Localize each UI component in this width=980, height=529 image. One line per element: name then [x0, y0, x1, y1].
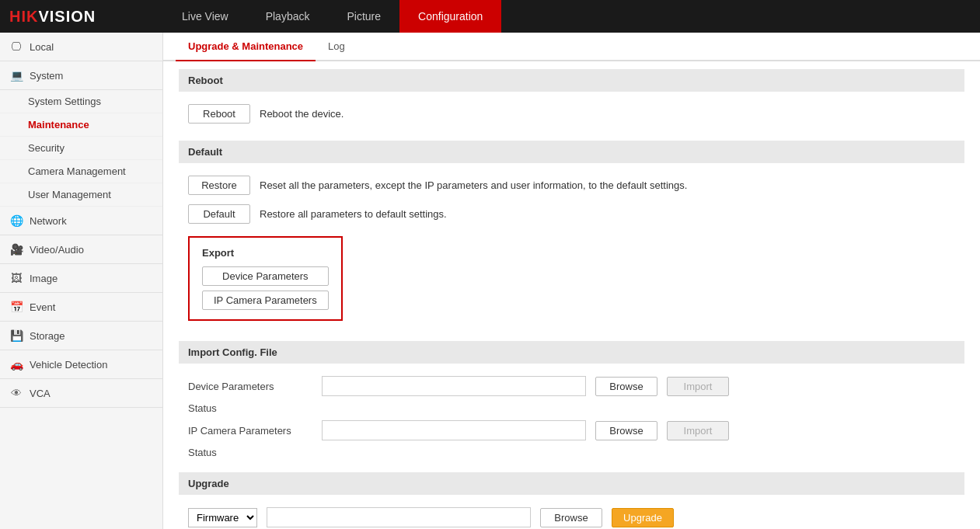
sidebar-label-maintenance: Maintenance [28, 119, 89, 131]
nav-item-picture[interactable]: Picture [328, 0, 399, 33]
sidebar-item-local[interactable]: 🖵 Local [0, 33, 162, 61]
logo-hik: HIK [9, 8, 38, 25]
ip-browse-button[interactable]: Browse [595, 421, 657, 440]
logo-vision: VISION [38, 8, 96, 25]
sidebar-label-vehicle-detection: Vehicle Detection [30, 359, 107, 371]
reboot-row: Reboot Reboot the device. [179, 99, 964, 128]
upgrade-row: Firmware Browse Upgrade [179, 503, 964, 529]
restore-row: Restore Reset all the parameters, except… [179, 171, 964, 200]
sidebar-label-vca: VCA [30, 388, 51, 399]
default-section-header: Default [179, 141, 964, 163]
sidebar-item-storage[interactable]: 💾 Storage [0, 322, 162, 350]
export-box: Export Device Parameters IP Camera Param… [188, 236, 343, 321]
sidebar-item-user-management[interactable]: User Management [0, 183, 162, 207]
reboot-section-header: Reboot [179, 69, 964, 92]
sidebar: 🖵 Local 💻 System System Settings Mainten… [0, 33, 163, 529]
device-parameters-button[interactable]: Device Parameters [202, 266, 329, 286]
sidebar-item-video-audio[interactable]: 🎥 Video/Audio [0, 235, 162, 264]
network-icon: 🌐 [9, 214, 23, 228]
sidebar-item-image[interactable]: 🖼 Image [0, 264, 162, 293]
logo-text: HIKVISION [9, 8, 96, 26]
ip-camera-params-import-label: IP Camera Parameters [188, 425, 312, 437]
firmware-select[interactable]: Firmware [188, 508, 257, 527]
sidebar-item-vehicle-detection[interactable]: 🚗 Vehicle Detection [0, 350, 162, 379]
device-params-import-row: Device Parameters Browse Import [179, 371, 964, 401]
sidebar-item-event[interactable]: 📅 Event [0, 293, 162, 322]
ip-camera-parameters-button[interactable]: IP Camera Parameters [202, 291, 329, 310]
device-import-button[interactable]: Import [667, 377, 729, 396]
sidebar-item-security[interactable]: Security [0, 137, 162, 160]
default-button[interactable]: Default [188, 204, 250, 224]
top-navigation: HIKVISION Live View Playback Picture Con… [0, 0, 980, 33]
upgrade-section-header: Upgrade [179, 472, 964, 495]
sidebar-label-network: Network [30, 215, 67, 227]
content-body: Reboot Reboot Reboot the device. Default… [163, 61, 980, 529]
sidebar-label-user-management: User Management [28, 189, 111, 200]
nav-item-playback[interactable]: Playback [247, 0, 329, 33]
tab-bar: Upgrade & Maintenance Log [163, 33, 980, 61]
ip-import-button[interactable]: Import [667, 421, 729, 440]
reboot-button[interactable]: Reboot [188, 104, 250, 124]
event-icon: 📅 [9, 300, 23, 314]
tab-upgrade-maintenance[interactable]: Upgrade & Maintenance [176, 33, 316, 61]
restore-description: Reset all the parameters, except the IP … [260, 179, 687, 191]
reboot-description: Reboot the device. [260, 108, 344, 120]
sidebar-item-system[interactable]: 💻 System [0, 61, 162, 90]
tab-log[interactable]: Log [316, 33, 357, 61]
nav-item-configuration[interactable]: Configuration [399, 0, 501, 33]
monitor-icon: 🖵 [9, 40, 23, 54]
nav-items: Live View Playback Picture Configuration [163, 0, 501, 33]
vca-icon: 👁 [9, 386, 23, 400]
device-browse-button[interactable]: Browse [595, 377, 657, 396]
export-title: Export [202, 247, 329, 259]
device-params-input[interactable] [322, 376, 586, 396]
ip-camera-params-input[interactable] [322, 420, 586, 440]
sidebar-label-camera-management: Camera Management [28, 165, 126, 177]
sidebar-item-maintenance[interactable]: Maintenance [0, 113, 162, 137]
ip-import-status: Status [179, 445, 964, 460]
storage-icon: 💾 [9, 329, 23, 343]
image-icon: 🖼 [9, 271, 23, 285]
upgrade-browse-button[interactable]: Browse [540, 508, 602, 527]
default-description: Restore all parameters to default settin… [260, 208, 447, 220]
video-icon: 🎥 [9, 242, 23, 256]
ip-camera-import-row: IP Camera Parameters Browse Import [179, 416, 964, 445]
sidebar-label-image: Image [30, 273, 58, 284]
main-layout: 🖵 Local 💻 System System Settings Mainten… [0, 33, 980, 529]
sidebar-label-local: Local [30, 41, 54, 53]
sidebar-label-system: System [30, 70, 63, 82]
sidebar-item-system-settings[interactable]: System Settings [0, 90, 162, 113]
sidebar-label-event: Event [30, 301, 55, 313]
sidebar-label-security: Security [28, 142, 65, 154]
vehicle-icon: 🚗 [9, 357, 23, 371]
logo: HIKVISION [0, 0, 163, 33]
device-params-import-label: Device Parameters [188, 381, 312, 392]
default-row: Default Restore all parameters to defaul… [179, 200, 964, 228]
content-area: Upgrade & Maintenance Log Reboot Reboot … [163, 33, 980, 529]
import-config-header: Import Config. File [179, 341, 964, 364]
device-import-status: Status [179, 401, 964, 416]
sidebar-item-network[interactable]: 🌐 Network [0, 207, 162, 235]
upgrade-button[interactable]: Upgrade [612, 508, 674, 527]
export-buttons: Device Parameters IP Camera Parameters [202, 266, 329, 310]
system-icon: 💻 [9, 68, 23, 82]
restore-button[interactable]: Restore [188, 176, 250, 195]
sidebar-label-video-audio: Video/Audio [30, 244, 84, 256]
sidebar-item-vca[interactable]: 👁 VCA [0, 379, 162, 408]
upgrade-file-input[interactable] [267, 507, 531, 527]
sidebar-label-storage: Storage [30, 330, 65, 342]
sidebar-label-system-settings: System Settings [28, 96, 101, 107]
nav-item-live-view[interactable]: Live View [163, 0, 247, 33]
sidebar-item-camera-management[interactable]: Camera Management [0, 160, 162, 183]
